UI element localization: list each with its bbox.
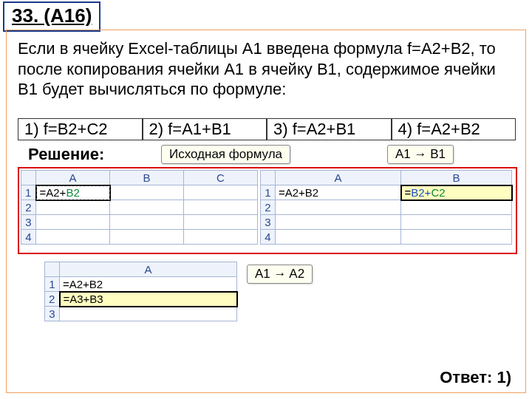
problem-text: Если в ячейку Excel-таблицы A1 введена ф… xyxy=(18,38,516,100)
cell-A2 xyxy=(276,200,401,215)
cell-A1: =A2+B2 xyxy=(276,185,401,200)
cell-B3 xyxy=(401,215,512,230)
row-3: 3 xyxy=(45,307,60,321)
col-A: A xyxy=(60,262,237,277)
solution-label: Решение: xyxy=(28,145,104,164)
corner-cell xyxy=(45,262,60,277)
row-1: 1 xyxy=(45,277,60,292)
callout-source-formula: Исходная формула xyxy=(161,145,290,164)
cell-A2 xyxy=(36,200,110,215)
cell-B4 xyxy=(110,230,184,245)
cell-A3 xyxy=(276,215,401,230)
col-C: C xyxy=(184,171,258,185)
option-1: 1) f=B2+C2 xyxy=(18,118,143,140)
callout-a1-to-a2: A1 → A2 xyxy=(247,265,313,284)
row-2: 2 xyxy=(45,292,60,307)
excel-grid-3: A 1=A2+B2 2=A3+B3 3 xyxy=(44,262,238,321)
cell-B2 xyxy=(110,200,184,215)
cell-B4 xyxy=(401,230,512,245)
cell-A4 xyxy=(36,230,110,245)
row-1: 1 xyxy=(21,185,36,200)
cell-C2 xyxy=(184,200,258,215)
col-A: A xyxy=(36,171,110,185)
row-3: 3 xyxy=(21,215,36,230)
cell-A1: =A2+B2 xyxy=(60,277,237,292)
cell-A3 xyxy=(36,215,110,230)
cell-B3 xyxy=(110,215,184,230)
title-text: 33. (А16) xyxy=(12,4,92,27)
b1-eq: = xyxy=(405,186,412,199)
excel-grid-2: AB 1=A2+B2=B2+C2 2 3 4 xyxy=(260,170,513,245)
corner-cell xyxy=(261,171,276,185)
option-3: 3) f=A2+B1 xyxy=(267,118,392,140)
slide: 33. (А16) Если в ячейку Excel-таблицы A1… xyxy=(0,0,532,399)
excel-grid-1: ABC 1=A2+B2 2 3 4 xyxy=(21,170,258,245)
row-4: 4 xyxy=(261,230,276,245)
option-4: 4) f=A2+B2 xyxy=(392,118,516,140)
cell-A3 xyxy=(60,307,237,321)
callout-a1a2-text: A1 → A2 xyxy=(255,267,304,281)
cell-A2: =A3+B3 xyxy=(60,292,237,307)
row-2: 2 xyxy=(261,200,276,215)
callout-a1b1-text: A1 → B1 xyxy=(395,147,446,161)
cell-A1: =A2+B2 xyxy=(36,185,110,200)
cell-B1 xyxy=(110,185,184,200)
cell-A4 xyxy=(276,230,401,245)
col-B: B xyxy=(110,171,184,185)
cell-C1 xyxy=(184,185,258,200)
cell-C3 xyxy=(184,215,258,230)
col-B: B xyxy=(401,171,512,185)
corner-cell xyxy=(21,171,36,185)
cell-C4 xyxy=(184,230,258,245)
row-2: 2 xyxy=(21,200,36,215)
cell-B2 xyxy=(401,200,512,215)
a1-prefix: =A2+ xyxy=(40,186,66,199)
b1-c2: C2 xyxy=(431,186,445,199)
option-2: 2) f=A1+B1 xyxy=(143,118,267,140)
row-3: 3 xyxy=(261,215,276,230)
row-1: 1 xyxy=(261,185,276,200)
col-A: A xyxy=(276,171,401,185)
answer-label: Ответ: 1) xyxy=(440,368,511,387)
task-title: 33. (А16) xyxy=(3,1,100,32)
b1-b2: B2+ xyxy=(411,186,431,199)
a1-b2: B2 xyxy=(66,186,79,199)
row-4: 4 xyxy=(21,230,36,245)
cell-B1: =B2+C2 xyxy=(401,185,512,200)
answer-options: 1) f=B2+C2 2) f=A1+B1 3) f=A2+B1 4) f=A2… xyxy=(18,118,516,140)
callout-a1-to-b1: A1 → B1 xyxy=(387,145,454,164)
